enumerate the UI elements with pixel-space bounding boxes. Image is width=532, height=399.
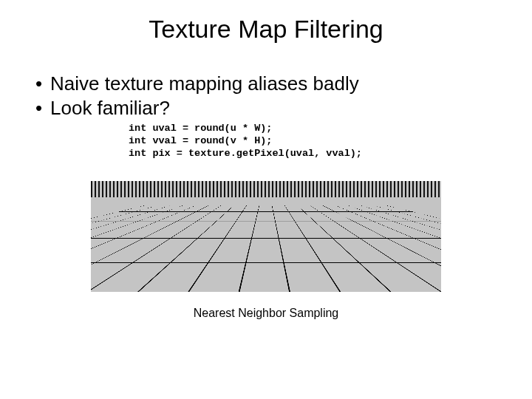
figure-caption: Nearest Neighbor Sampling bbox=[0, 307, 532, 320]
perspective-scene bbox=[91, 181, 441, 292]
bullet-item: Look familiar? bbox=[35, 96, 532, 120]
slide-title: Texture Map Filtering bbox=[0, 15, 532, 44]
figure-aliasing-grid bbox=[91, 181, 441, 292]
bullet-item: Naive texture mapping aliases badly bbox=[35, 72, 532, 96]
code-line: int vval = round(v * H); bbox=[129, 135, 272, 146]
checker-plane bbox=[91, 205, 441, 292]
code-line: int pix = texture.getPixel(uval, vval); bbox=[129, 148, 362, 159]
code-block: int uval = round(u * W); int vval = roun… bbox=[129, 123, 532, 160]
bullet-list: Naive texture mapping aliases badly Look… bbox=[35, 72, 532, 120]
code-line: int uval = round(u * W); bbox=[129, 123, 272, 134]
